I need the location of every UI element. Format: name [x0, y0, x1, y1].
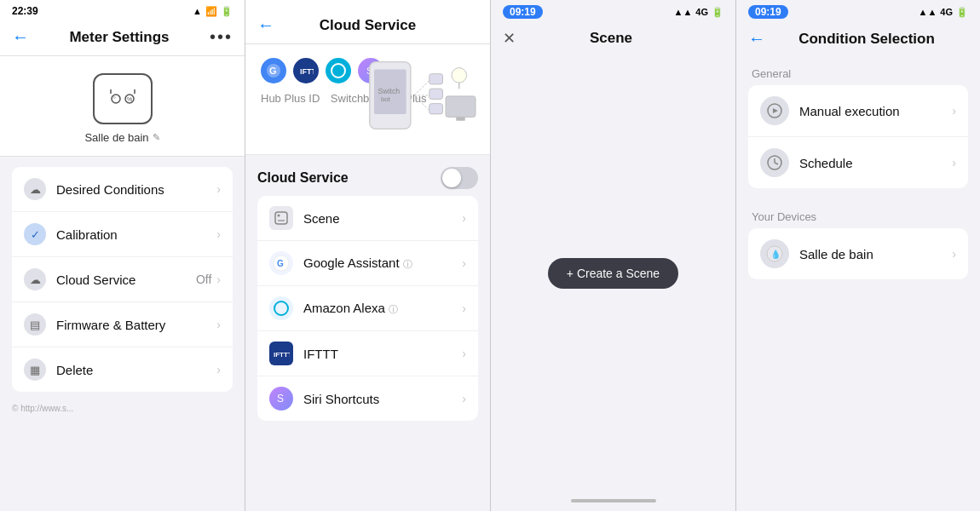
svg-text:bot: bot [381, 95, 391, 103]
device-icon-box: ° % [93, 73, 153, 124]
wifi-icon: 📶 [205, 6, 217, 17]
svg-marker-34 [773, 108, 778, 113]
ifttt-icon: IFTTT [269, 342, 293, 365]
device-section: ° % Salle de bain ✎ [0, 56, 245, 157]
panel-meter-settings: 22:39 ▲ 📶 🔋 ← Meter Settings ••• ° % Sal… [0, 0, 245, 511]
svg-rect-18 [429, 74, 443, 84]
status-icons-panel4: ▲▲ 4G 🔋 [919, 7, 968, 18]
menu-item-schedule[interactable]: Schedule › [748, 137, 968, 188]
chevron-icon: › [462, 347, 466, 360]
battery-icon: 🔋 [712, 7, 723, 18]
cloud-service-value: Off [196, 273, 211, 286]
menu-item-google-assistant[interactable]: G Google Assistant ⓘ › [257, 241, 478, 286]
close-button[interactable]: ✕ [503, 29, 516, 48]
menu-item-siri-shortcuts[interactable]: S Siri Shortcuts › [257, 376, 478, 421]
chevron-icon: › [462, 211, 466, 225]
settings-menu: ☁ Desired Conditions › ✓ Calibration › ☁… [12, 167, 233, 392]
statusbar-panel4: 09:19 ▲▲ 4G 🔋 [736, 0, 980, 22]
manual-execution-icon [760, 96, 789, 125]
status-icons-panel3: ▲▲ 4G 🔋 [674, 7, 723, 18]
svg-text:S: S [277, 393, 284, 405]
menu-item-salle-de-bain[interactable]: 💧 Salle de bain › [748, 228, 968, 279]
menu-item-calibration[interactable]: ✓ Calibration › [12, 212, 233, 257]
cloud-service-toggle[interactable] [441, 167, 478, 189]
svg-point-23 [452, 68, 467, 83]
back-button[interactable]: ← [12, 27, 29, 47]
chevron-icon: › [952, 156, 956, 169]
menu-item-firmware-battery[interactable]: ▤ Firmware & Battery › [12, 302, 233, 347]
more-menu-button[interactable]: ••• [210, 27, 233, 47]
panel-condition-selection: 09:19 ▲▲ 4G 🔋 ← Condition Selection Gene… [736, 0, 980, 511]
signal-icon: ▲ [193, 6, 202, 16]
firmware-battery-label: Firmware & Battery [56, 318, 216, 332]
signal-icon: ▲▲ [674, 7, 693, 17]
edit-icon[interactable]: ✎ [153, 132, 160, 143]
hub-id-label: Hub Plus ID [261, 92, 320, 105]
manual-execution-label: Manual execution [799, 104, 952, 118]
siri-shortcuts-label: Siri Shortcuts [303, 392, 462, 406]
header-panel1: ← Meter Settings ••• [0, 20, 245, 56]
cloud-service-label: Cloud Service [56, 273, 196, 287]
svg-point-30 [274, 301, 288, 315]
ifttt-label: IFTTT [303, 347, 462, 361]
chevron-icon: › [216, 363, 221, 376]
header-panel2: ← Cloud Service [245, 9, 490, 44]
svg-rect-20 [429, 104, 443, 114]
create-scene-button[interactable]: + Create a Scene [548, 258, 678, 289]
menu-item-delete[interactable]: ▦ Delete › [12, 347, 233, 392]
scene-icon [269, 206, 293, 230]
svg-rect-22 [456, 117, 465, 120]
svg-point-26 [278, 215, 280, 217]
chevron-icon: › [952, 247, 956, 261]
chevron-icon: › [952, 104, 956, 118]
device-label: Salle de bain ✎ [84, 131, 159, 144]
cloud-service-section-header: Cloud Service [257, 155, 478, 196]
status-icons: ▲ 📶 🔋 [193, 6, 233, 17]
toggle-knob [442, 169, 461, 187]
svg-text:°: ° [113, 96, 116, 102]
general-section-label: General [748, 57, 968, 85]
siri-icon: S [269, 387, 293, 411]
google-assistant-label: Google Assistant ⓘ [303, 256, 462, 271]
calibration-icon: ✓ [24, 223, 46, 245]
back-button[interactable]: ← [748, 29, 765, 49]
chevron-icon: › [216, 182, 221, 196]
alexa-icon [269, 296, 293, 320]
svg-text:G: G [277, 259, 284, 268]
chevron-icon: › [462, 392, 466, 405]
panel-cloud-service: ← Cloud Service G IFTTT S [245, 0, 491, 511]
hub-banner: G IFTTT S Switch bot [245, 44, 490, 155]
menu-item-desired-conditions[interactable]: ☁ Desired Conditions › [12, 167, 233, 212]
svg-rect-25 [275, 212, 287, 224]
footer-text: © http://www.s... [0, 399, 245, 418]
statusbar-panel3: 09:19 ▲▲ 4G 🔋 [491, 0, 735, 22]
menu-item-manual-execution[interactable]: Manual execution › [748, 85, 968, 137]
your-devices-menu: 💧 Salle de bain › [748, 228, 968, 279]
svg-rect-21 [446, 96, 476, 118]
home-indicator [571, 499, 656, 502]
time-pill: 09:19 [503, 5, 543, 19]
signal-icon: ▲▲ [919, 7, 937, 17]
menu-item-scene[interactable]: Scene › [257, 196, 478, 241]
menu-item-ifttt[interactable]: IFTTT IFTTT › [257, 331, 478, 376]
page-title: Meter Settings [29, 29, 210, 46]
general-menu: Manual execution › Schedule › [748, 85, 968, 188]
amazon-alexa-label: Amazon Alexa ⓘ [303, 301, 462, 316]
menu-item-amazon-alexa[interactable]: Amazon Alexa ⓘ › [257, 286, 478, 331]
svg-text:IFTTT: IFTTT [300, 67, 314, 76]
alexa-icon [326, 58, 351, 83]
svg-text:Switch: Switch [378, 87, 400, 95]
delete-icon: ▦ [24, 359, 46, 381]
svg-text:G: G [269, 66, 277, 76]
chevron-icon: › [462, 301, 466, 315]
panel-scene: 09:19 ▲▲ 4G 🔋 ✕ Scene + Create a Scene [491, 0, 736, 511]
delete-label: Delete [56, 363, 216, 377]
menu-item-cloud-service[interactable]: ☁ Cloud Service Off › [12, 257, 233, 302]
header-panel4: ← Condition Selection [736, 22, 980, 57]
page-title: Condition Selection [765, 31, 968, 48]
back-button[interactable]: ← [257, 15, 274, 35]
page-title: Cloud Service [274, 17, 461, 34]
chevron-icon: › [216, 227, 221, 241]
schedule-label: Schedule [799, 156, 952, 170]
svg-text:%: % [127, 96, 132, 102]
